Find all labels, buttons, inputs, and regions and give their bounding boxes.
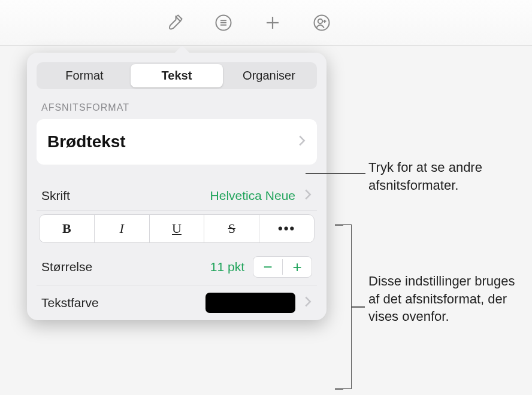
text-style-group: B I U S ••• — [39, 214, 315, 243]
format-panel: Format Tekst Organiser AFSNITSFORMAT Brø… — [27, 53, 327, 320]
size-row: Størrelse 11 pkt − + — [37, 249, 317, 285]
section-label-afsnitsformat: AFSNITSFORMAT — [41, 102, 312, 113]
text-color-label: Tekstfarve — [41, 296, 99, 310]
annotation-settings: Disse indstillinger bruges af det afsnit… — [368, 272, 524, 326]
brush-icon[interactable] — [164, 13, 185, 33]
underline-button[interactable]: U — [150, 215, 205, 242]
italic-button[interactable]: I — [95, 215, 150, 242]
chevron-right-icon — [304, 296, 312, 310]
size-decrease-button[interactable]: − — [253, 257, 282, 277]
size-stepper: − + — [253, 256, 312, 278]
tab-organize[interactable]: Organiser — [223, 64, 315, 87]
top-toolbar — [0, 0, 532, 45]
size-increase-button[interactable]: + — [283, 257, 312, 277]
chevron-right-icon — [304, 189, 312, 203]
tab-segmented-control: Format Tekst Organiser — [37, 62, 317, 89]
callout-line — [306, 173, 365, 174]
callout-line — [335, 388, 343, 390]
strikethrough-button[interactable]: S — [204, 215, 259, 242]
chevron-right-icon — [298, 135, 306, 149]
plus-icon[interactable] — [262, 13, 283, 33]
size-value: 11 pkt — [210, 260, 244, 274]
callout-line — [352, 306, 365, 308]
more-styles-button[interactable]: ••• — [259, 215, 314, 242]
font-label: Skrift — [41, 189, 70, 203]
bold-button[interactable]: B — [40, 215, 95, 242]
callout-line — [335, 224, 343, 226]
tab-format[interactable]: Format — [38, 64, 131, 87]
list-circle-icon[interactable] — [213, 13, 234, 33]
font-value: Helvetica Neue — [210, 189, 295, 203]
font-row[interactable]: Skrift Helvetica Neue — [37, 181, 317, 211]
tab-text[interactable]: Tekst — [131, 64, 223, 87]
collaborate-icon[interactable] — [312, 13, 332, 33]
annotation-paragraph-styles: Tryk for at se andre afsnitsformater. — [368, 159, 527, 194]
text-color-row[interactable]: Tekstfarve — [37, 285, 317, 320]
callout-bracket — [343, 224, 352, 389]
size-label: Størrelse — [41, 260, 92, 274]
paragraph-style-selector[interactable]: Brødtekst — [37, 119, 317, 165]
text-color-swatch[interactable] — [205, 293, 295, 313]
paragraph-style-name: Brødtekst — [47, 132, 126, 151]
svg-point-7 — [318, 19, 323, 23]
